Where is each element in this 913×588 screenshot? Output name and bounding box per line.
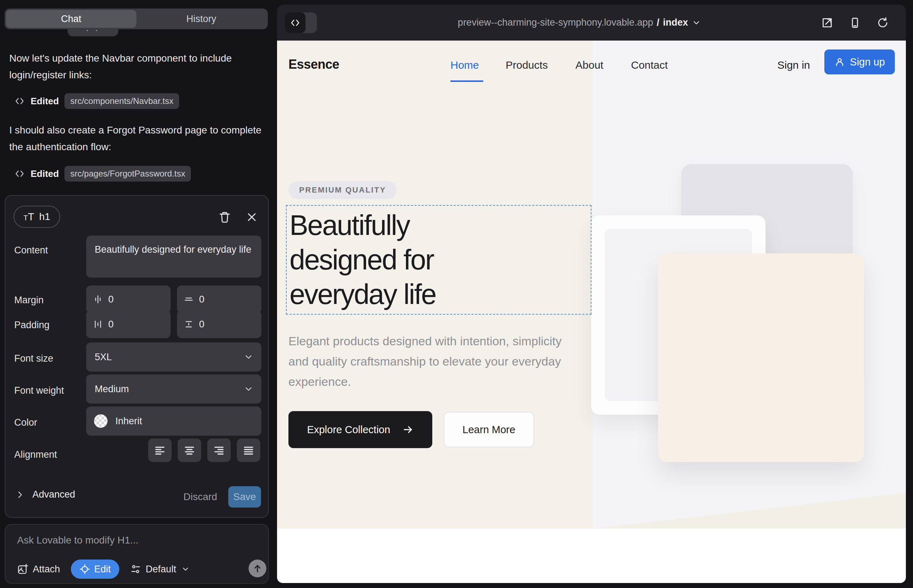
code-icon [14,168,25,179]
font-size-select[interactable]: 5XL [86,342,261,372]
trash-icon [219,211,231,223]
hero-heading: Beautifully designed for everyday life [290,208,436,312]
content-input[interactable]: Beautifully designed for everyday life [86,236,261,278]
sliders-icon [130,564,141,575]
edited-file-row[interactable]: Edited src/pages/ForgotPassword.tsx [14,166,191,181]
tab-history[interactable]: History [136,10,267,28]
decorative-cream-card [658,254,864,462]
align-justify-button[interactable] [237,438,260,462]
chevron-right-icon [15,490,24,499]
edited-file-row[interactable]: Edited src/components/Navbar.tsx [14,93,179,109]
open-in-new-tab-button[interactable] [821,17,833,29]
padding-label: Padding [14,320,50,331]
refresh-button[interactable] [877,17,889,29]
arrow-up-icon [253,564,262,573]
nav-about[interactable]: About [575,59,603,71]
align-center-icon [183,444,196,456]
margin-vertical-icon [183,294,194,305]
color-swatch [94,414,108,428]
chat-composer: Attach Edit Default [5,524,269,584]
browser-chrome: preview--charming-site-symphony.lovable.… [277,5,906,40]
sidebar-tabbar: Chat History [5,8,268,29]
content-label: Content [14,245,48,256]
url-host: preview--charming-site-symphony.lovable.… [458,17,653,28]
padding-y-input[interactable]: 0 [177,310,261,338]
scrolled-message-pill: · · [68,29,118,36]
composer-input[interactable] [17,535,231,546]
url-bar[interactable]: preview--charming-site-symphony.lovable.… [458,5,701,40]
margin-label: Margin [14,295,44,306]
user-icon [834,57,845,67]
align-right-button[interactable] [207,438,231,462]
edited-label: Edited [31,168,59,179]
font-weight-select[interactable]: Medium [86,375,261,404]
color-select[interactable]: Inherit [86,407,261,436]
align-left-button[interactable] [148,438,172,462]
padding-horizontal-icon [92,319,103,330]
chevron-down-icon [691,18,701,27]
url-separator: / [657,17,659,28]
sign-up-button[interactable]: Sign up [824,50,895,74]
mobile-view-button[interactable] [849,17,861,29]
tab-chat[interactable]: Chat [6,10,136,28]
h1-selection-outline[interactable]: Beautifully designed for everyday life [286,205,591,315]
font-size-label: Font size [14,353,53,364]
chevron-down-icon [244,384,254,394]
premium-quality-badge: PREMIUM QUALITY [288,181,397,199]
delete-element-button[interactable] [216,208,233,226]
site-preview: Essence Home Products About Contact Sign… [277,40,906,583]
model-default-dropdown[interactable]: Default [130,564,190,575]
margin-x-input[interactable]: 0 [86,286,170,313]
code-preview-toggle[interactable] [285,13,317,33]
nav-products[interactable]: Products [506,59,548,71]
edit-mode-button[interactable]: Edit [71,559,120,579]
discard-button[interactable]: Discard [183,491,217,502]
code-icon [290,18,301,28]
chevron-down-icon [244,352,254,362]
crosshair-icon [79,564,90,575]
url-page: index [663,17,688,28]
nav-contact[interactable]: Contact [631,59,668,71]
open-in-new-icon [821,17,833,29]
align-center-button[interactable] [178,438,201,462]
refresh-icon [877,17,889,29]
padding-vertical-icon [183,319,194,330]
nav-home-underline [450,81,483,82]
preview-browser-window: preview--charming-site-symphony.lovable.… [277,5,906,583]
attach-button[interactable]: Attach [17,564,60,575]
edited-file-pill[interactable]: src/components/Navbar.tsx [65,93,179,109]
sign-in-link[interactable]: Sign in [777,59,810,71]
chat-message: Now let's update the Navbar component to… [9,50,262,83]
save-button[interactable]: Save [228,486,261,507]
element-editor-panel: TT h1 Content Beautifully designed for e… [5,195,269,518]
site-logo[interactable]: Essence [288,57,339,72]
advanced-toggle[interactable]: Advanced [15,489,75,500]
chevron-down-icon [181,565,190,573]
chat-sidebar: Chat History · · Now let's update the Na… [0,0,277,588]
edited-label: Edited [31,96,59,107]
send-button[interactable] [249,559,266,577]
nav-home[interactable]: Home [450,59,479,71]
color-label: Color [14,417,37,428]
explore-collection-button[interactable]: Explore Collection [288,411,432,448]
margin-horizontal-icon [92,294,103,305]
type-icon: TT [24,211,34,223]
align-left-icon [154,444,166,456]
image-plus-icon [17,564,29,575]
font-weight-label: Font weight [14,385,64,396]
element-tag: h1 [39,211,50,223]
hero-paragraph: Elegant products designed with intention… [288,331,573,392]
arrow-right-icon [402,424,414,435]
close-panel-button[interactable] [243,208,260,226]
edited-file-pill[interactable]: src/pages/ForgotPassword.tsx [65,166,191,181]
close-icon [246,212,257,223]
align-justify-icon [243,444,254,456]
padding-x-input[interactable]: 0 [86,310,170,338]
code-toggle-segment[interactable] [285,13,306,33]
align-right-icon [213,444,225,456]
margin-y-input[interactable]: 0 [177,286,261,313]
background-wedge [593,493,906,528]
learn-more-button[interactable]: Learn More [444,412,534,447]
selected-element-chip[interactable]: TT h1 [13,206,60,228]
code-icon [14,96,25,107]
